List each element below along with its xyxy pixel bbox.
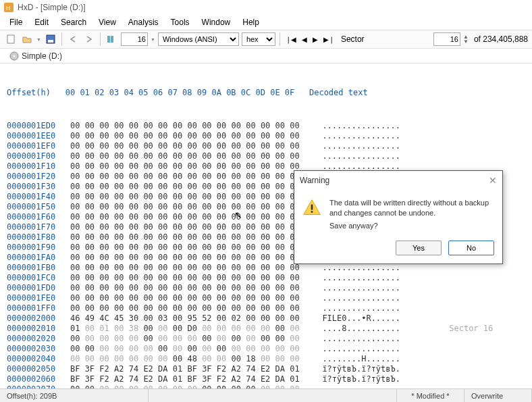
app-logo-icon: H bbox=[4, 3, 14, 12]
tab-simple[interactable]: Simple (D:) bbox=[4, 50, 68, 62]
hex-row[interactable]: 0000001FB0 00 00 00 00 00 00 00 00 00 00… bbox=[7, 263, 525, 273]
svg-rect-10 bbox=[311, 211, 313, 213]
hex-row[interactable]: 0000002030 00 00 00 00 00 00 00 00 00 00… bbox=[7, 344, 525, 354]
status-bar: Offset(h): 209B * Modified * Overwrite bbox=[0, 388, 532, 402]
nav-last-icon[interactable]: ▶❘ bbox=[322, 36, 336, 43]
svg-point-8 bbox=[14, 55, 16, 57]
tab-label: Simple (D:) bbox=[22, 51, 62, 61]
menu-view[interactable]: View bbox=[93, 16, 122, 28]
sector-down-icon[interactable]: ▼ bbox=[463, 39, 469, 44]
window-title: HxD - [Simple (D:)] bbox=[18, 3, 86, 12]
group-size-input[interactable] bbox=[121, 32, 148, 46]
menu-tools[interactable]: Tools bbox=[165, 16, 195, 28]
svg-rect-4 bbox=[48, 40, 53, 43]
warning-dialog: Warning ✕ The data will be written direc… bbox=[294, 170, 503, 264]
undo-icon[interactable] bbox=[66, 32, 80, 46]
tab-bar: Simple (D:) bbox=[0, 49, 532, 64]
open-icon[interactable] bbox=[20, 32, 34, 46]
svg-text:H: H bbox=[6, 5, 10, 11]
svg-rect-5 bbox=[107, 36, 110, 43]
menu-help[interactable]: Help bbox=[237, 16, 265, 28]
hex-row[interactable]: 0000002060 BF 3F F2 A2 74 E2 DA 01 BF 3F… bbox=[7, 374, 525, 384]
hex-row[interactable]: 0000001EF0 00 00 00 00 00 00 00 00 00 00… bbox=[7, 141, 525, 151]
hex-row[interactable]: 0000002040 00 00 00 00 00 00 00 00 48 00… bbox=[7, 354, 525, 364]
hex-row[interactable]: 0000001FC0 00 00 00 00 00 00 00 00 00 00… bbox=[7, 273, 525, 283]
warning-icon bbox=[302, 198, 321, 230]
yes-button[interactable]: Yes bbox=[396, 241, 442, 255]
encoding-select[interactable]: Windows (ANSI) bbox=[158, 32, 239, 46]
hex-row[interactable]: 0000001FE0 00 00 00 00 00 00 00 00 00 00… bbox=[7, 293, 525, 303]
hex-row[interactable]: 0000001EE0 00 00 00 00 00 00 00 00 00 00… bbox=[7, 131, 525, 141]
hex-row[interactable]: 0000001FD0 00 00 00 00 00 00 00 00 00 00… bbox=[7, 283, 525, 293]
menu-window[interactable]: Window bbox=[196, 16, 236, 28]
menu-analysis[interactable]: Analysis bbox=[123, 16, 164, 28]
dialog-title: Warning bbox=[300, 176, 329, 185]
menu-edit[interactable]: Edit bbox=[29, 16, 54, 28]
hex-row[interactable]: 0000002050 BF 3F F2 A2 74 E2 DA 01 BF 3F… bbox=[7, 364, 525, 374]
new-icon[interactable] bbox=[4, 32, 18, 46]
nav-prev-icon[interactable]: ◀ bbox=[300, 36, 309, 43]
save-icon[interactable] bbox=[44, 32, 57, 46]
menu-file[interactable]: File bbox=[4, 16, 28, 28]
hex-row[interactable]: 0000002010 01 00 01 00 38 00 00 00 D0 00… bbox=[7, 324, 525, 334]
redo-icon[interactable] bbox=[82, 32, 96, 46]
nav-first-icon[interactable]: ❘◀ bbox=[284, 36, 298, 43]
no-button[interactable]: No bbox=[448, 241, 494, 255]
dialog-question: Save anyway? bbox=[329, 222, 494, 230]
svg-rect-6 bbox=[111, 36, 113, 43]
menu-search[interactable]: Search bbox=[55, 16, 92, 28]
hex-row[interactable]: 0000002000 46 49 4C 45 30 00 03 00 95 52… bbox=[7, 313, 525, 324]
svg-rect-2 bbox=[7, 35, 14, 43]
columns-icon[interactable] bbox=[105, 32, 118, 46]
sector-input[interactable] bbox=[433, 32, 460, 46]
hex-row[interactable]: 0000001FF0 00 00 00 00 00 00 00 00 00 00… bbox=[7, 303, 525, 313]
hex-row[interactable]: 0000001F00 00 00 00 00 00 00 00 00 00 00… bbox=[7, 151, 525, 161]
menu-bar: FileEditSearchViewAnalysisToolsWindowHel… bbox=[0, 15, 532, 30]
hex-row[interactable]: 0000002020 00 00 00 00 00 00 00 00 00 00… bbox=[7, 334, 525, 344]
hex-row[interactable]: 0000001ED0 00 00 00 00 00 00 00 00 00 00… bbox=[7, 121, 525, 131]
disk-icon bbox=[9, 51, 19, 61]
svg-rect-9 bbox=[311, 205, 313, 210]
sector-label: Sector bbox=[341, 34, 365, 44]
nav-next-icon[interactable]: ▶ bbox=[311, 36, 319, 43]
status-modified: * Modified * bbox=[397, 389, 464, 402]
toolbar: ▼ ▼ Windows (ANSI) hex ❘◀ ◀ ▶ ▶❘ Sector … bbox=[0, 30, 532, 49]
status-offset: Offset(h): 209B bbox=[0, 389, 149, 402]
base-select[interactable]: hex bbox=[242, 32, 275, 46]
title-bar: H HxD - [Simple (D:)] bbox=[0, 0, 532, 15]
close-icon[interactable]: ✕ bbox=[489, 175, 497, 186]
status-mode: Overwrite bbox=[464, 389, 532, 402]
sector-total: of 234,405,888 bbox=[474, 34, 528, 44]
dialog-message: The data will be written directly withou… bbox=[329, 198, 494, 219]
